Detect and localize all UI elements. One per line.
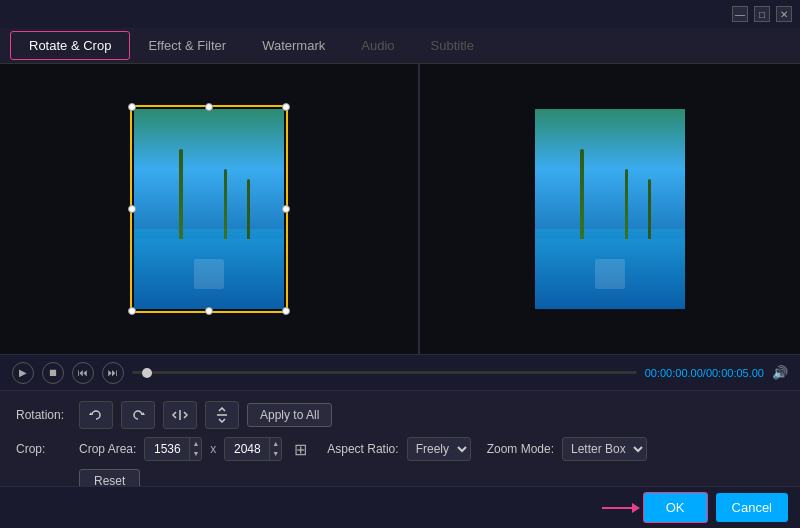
cancel-button[interactable]: Cancel: [716, 493, 788, 522]
height-up-arrow[interactable]: ▲: [272, 439, 279, 449]
crop-width-input-wrap[interactable]: 1536 ▲ ▼: [144, 437, 202, 461]
rotate-cw-button[interactable]: [121, 401, 155, 429]
stop-button[interactable]: ⏹: [42, 362, 64, 384]
zoom-mode-label: Zoom Mode:: [487, 442, 554, 456]
ok-button[interactable]: OK: [643, 492, 708, 523]
aspect-ratio-label: Aspect Ratio:: [327, 442, 398, 456]
maximize-button[interactable]: □: [754, 6, 770, 22]
preview-area: Original: 1536×2048 1.jpg Output: 1280×7…: [0, 64, 800, 354]
apply-to-all-button[interactable]: Apply to All: [247, 403, 332, 427]
dimension-separator: x: [210, 442, 216, 456]
tab-rotate-crop[interactable]: Rotate & Crop: [10, 31, 130, 60]
preview-right-panel: [420, 64, 800, 354]
width-spinner[interactable]: ▲ ▼: [189, 438, 201, 460]
crop-height-input[interactable]: 2048: [225, 442, 269, 456]
fit-to-frame-icon[interactable]: ⊞: [294, 440, 307, 459]
tab-audio: Audio: [343, 32, 412, 59]
tab-effect-filter[interactable]: Effect & Filter: [130, 32, 244, 59]
progress-indicator: [142, 368, 152, 378]
arrow-line: [602, 507, 632, 509]
crop-width-input[interactable]: 1536: [145, 442, 189, 456]
crop-area-label: Crop Area:: [79, 442, 136, 456]
aspect-ratio-select[interactable]: Freely: [407, 437, 471, 461]
tab-subtitle: Subtitle: [413, 32, 492, 59]
title-bar: — □ ✕: [0, 0, 800, 28]
crop-label: Crop:: [16, 442, 71, 456]
play-button[interactable]: ▶: [12, 362, 34, 384]
rotation-row: Rotation: Apply to All: [16, 401, 784, 429]
flip-vertical-button[interactable]: [205, 401, 239, 429]
tab-bar: Rotate & Crop Effect & Filter Watermark …: [0, 28, 800, 64]
prev-frame-button[interactable]: ⏮: [72, 362, 94, 384]
crop-row: Crop: Crop Area: 1536 ▲ ▼ x 2048 ▲ ▼ ⊞ A…: [16, 437, 784, 461]
source-image: [134, 109, 284, 309]
flip-horizontal-button[interactable]: [163, 401, 197, 429]
time-display: 00:00:00.00/00:00:05.00: [645, 367, 764, 379]
playback-bar: ▶ ⏹ ⏮ ⏭ 00:00:00.00/00:00:05.00 🔊: [0, 354, 800, 390]
crop-height-input-wrap[interactable]: 2048 ▲ ▼: [224, 437, 282, 461]
close-button[interactable]: ✕: [776, 6, 792, 22]
ok-arrow-indicator: [602, 503, 640, 513]
zoom-mode-select[interactable]: Letter Box: [562, 437, 647, 461]
tab-watermark[interactable]: Watermark: [244, 32, 343, 59]
next-frame-button[interactable]: ⏭: [102, 362, 124, 384]
preview-left-panel: [0, 64, 420, 354]
rotate-ccw-button[interactable]: [79, 401, 113, 429]
height-down-arrow[interactable]: ▼: [272, 449, 279, 459]
volume-icon[interactable]: 🔊: [772, 365, 788, 380]
bottom-bar: OK Cancel: [0, 486, 800, 528]
crop-image-container[interactable]: [134, 109, 284, 309]
minimize-button[interactable]: —: [732, 6, 748, 22]
progress-bar[interactable]: [132, 371, 637, 374]
output-image: [535, 109, 685, 309]
width-down-arrow[interactable]: ▼: [192, 449, 199, 459]
height-spinner[interactable]: ▲ ▼: [269, 438, 281, 460]
width-up-arrow[interactable]: ▲: [192, 439, 199, 449]
arrow-head: [632, 503, 640, 513]
rotation-label: Rotation:: [16, 408, 71, 422]
